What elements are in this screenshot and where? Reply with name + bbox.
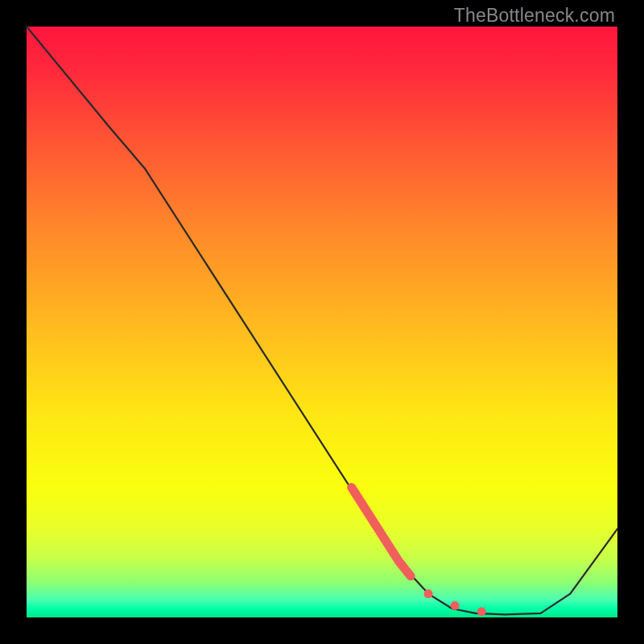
watermark-text: TheBottleneck.com [454, 5, 615, 27]
chart-container: TheBottleneck.com [0, 0, 644, 644]
marker-dots [424, 589, 486, 616]
highlight-segment [352, 488, 411, 576]
marker-dot [477, 607, 486, 616]
marker-dot [451, 601, 460, 610]
marker-dot [424, 589, 433, 598]
chart-overlay [27, 27, 617, 617]
bottleneck-curve [27, 27, 617, 614]
